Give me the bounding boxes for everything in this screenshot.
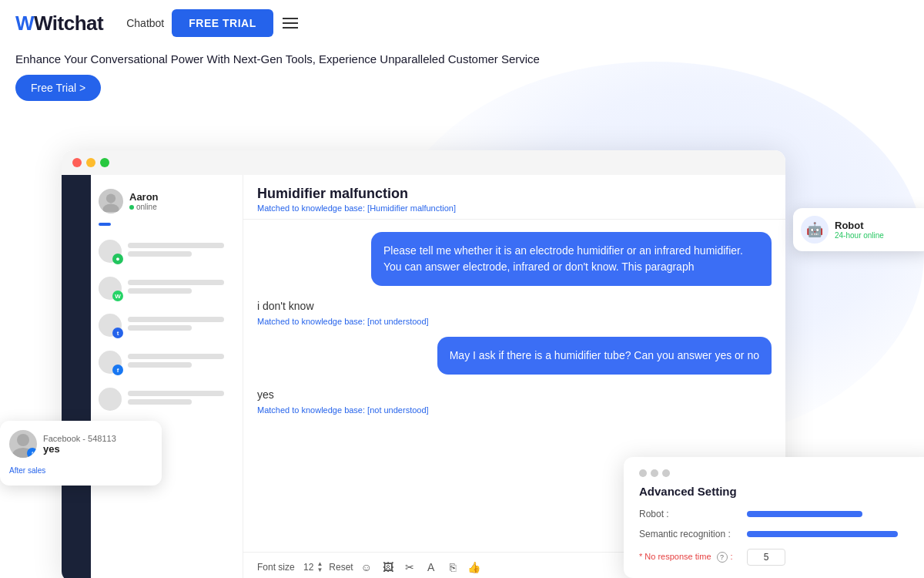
nav: Chatbot <box>126 17 164 29</box>
adv-no-response-row: * No response time ?: <box>639 549 924 566</box>
adv-dot-1 <box>639 469 647 477</box>
hero-tagline: Enhance Your Conversational Power With N… <box>15 52 909 66</box>
sidebar-badge <box>99 223 111 226</box>
font-size-control: Font size 12 ▲ ▼ <box>257 561 323 573</box>
adv-window-dots <box>639 469 924 477</box>
chat-header: Humidifier malfunction Matched to knowle… <box>243 175 785 220</box>
user-status: online <box>129 203 235 211</box>
font-size-label: Font size <box>257 562 295 573</box>
font-size-spinner[interactable]: ▲ ▼ <box>316 561 323 573</box>
dot-green <box>100 158 109 167</box>
user-message-1: i don't know <box>257 297 772 315</box>
free-trial-cta-button[interactable]: Free Trial > <box>15 75 101 101</box>
list-item[interactable]: f <box>91 344 243 380</box>
robot-status: 24-hour online <box>835 231 884 240</box>
fc-text: yes <box>43 443 152 455</box>
adv-no-response-label: * No response time ?: <box>639 552 747 563</box>
adv-dot-3 <box>662 469 670 477</box>
chat-matched-1: Matched to knowledge base: [Humidifier m… <box>257 203 772 213</box>
contact-badge-2: W <box>112 291 123 301</box>
chat-title: Humidifier malfunction <box>257 186 772 202</box>
reset-button[interactable]: Reset <box>329 562 353 573</box>
robot-name: Robot <box>835 220 884 231</box>
header: WWitchat Chatbot FREE TRIAL <box>0 0 924 46</box>
advanced-setting-title: Advanced Setting <box>639 485 924 498</box>
adv-row-robot: Robot : <box>639 509 924 519</box>
user-name: Aaron <box>129 191 235 203</box>
scissors-icon[interactable]: ✂ <box>401 559 418 576</box>
contact-avatar-5 <box>99 388 122 411</box>
hero-section: Enhance Your Conversational Power With N… <box>0 46 924 109</box>
fc-source: Facebook - 548113 <box>43 434 152 443</box>
fc-avatar: f <box>9 430 37 458</box>
contact-badge-4: f <box>112 365 123 375</box>
contact-avatar-4: f <box>99 351 122 374</box>
contact-badge-1: ● <box>112 254 123 264</box>
like-icon[interactable]: 👍 <box>466 559 483 576</box>
contact-avatar-3: t <box>99 314 122 337</box>
svg-point-1 <box>103 204 119 213</box>
text-icon[interactable]: A <box>423 559 440 576</box>
adv-semantic-bar <box>747 531 898 537</box>
dot-yellow <box>86 158 95 167</box>
list-item[interactable]: W <box>91 271 243 306</box>
list-item[interactable] <box>91 381 243 417</box>
logo: WWitchat <box>15 12 103 35</box>
list-item[interactable]: t <box>91 307 243 343</box>
svg-point-0 <box>106 193 116 203</box>
copy-icon[interactable]: ⎘ <box>444 559 461 576</box>
user-message-1-block: i don't know Matched to knowledge base: … <box>257 297 772 326</box>
bot-message-1: Please tell me whether it is an electrod… <box>371 232 772 286</box>
avatar-aaron <box>99 189 123 213</box>
window-bar <box>62 150 785 175</box>
contact-badge-3: t <box>112 328 123 338</box>
image-icon[interactable]: 🖼 <box>380 559 397 576</box>
user-message-2-block: yes Matched to knowledge base: [not unde… <box>257 385 772 415</box>
contact-avatar-2: W <box>99 277 122 300</box>
advanced-setting-card: Advanced Setting Robot : Semantic recogn… <box>624 457 924 578</box>
emoji-icon[interactable]: ☺ <box>358 559 375 576</box>
no-response-time-input[interactable] <box>747 549 785 566</box>
contact-avatar-1: ● <box>99 240 122 263</box>
floating-card-robot: 🤖 Robot 24-hour online <box>793 208 924 251</box>
free-trial-button[interactable]: FREE TRIAL <box>172 9 273 37</box>
list-item[interactable]: ● <box>91 234 243 269</box>
floating-card-facebook: f Facebook - 548113 yes After sales <box>0 421 162 486</box>
fc-facebook-badge: f <box>27 448 37 458</box>
adv-row-semantic: Semantic recognition : <box>639 529 924 539</box>
spinner-down[interactable]: ▼ <box>316 567 323 573</box>
fc-after-sales-tag[interactable]: After sales <box>9 466 45 475</box>
adv-semantic-label: Semantic recognition : <box>639 529 747 539</box>
chat-matched-2: Matched to knowledge base: [not understo… <box>257 317 772 326</box>
svg-point-2 <box>17 434 29 446</box>
sidebar-list: Aaron online ● W <box>91 175 243 578</box>
bot-message-2: May I ask if there is a humidifier tube?… <box>437 337 772 375</box>
chat-matched-3: Matched to knowledge base: [not understo… <box>257 405 772 415</box>
sidebar-dark <box>62 175 91 578</box>
sidebar-user-aaron[interactable]: Aaron online <box>91 183 243 220</box>
robot-icon: 🤖 <box>801 216 829 244</box>
dot-red <box>72 158 82 167</box>
adv-dot-2 <box>651 469 658 477</box>
user-message-2: yes <box>257 385 772 404</box>
adv-robot-label: Robot : <box>639 509 747 519</box>
nav-chatbot[interactable]: Chatbot <box>126 17 164 29</box>
adv-robot-bar <box>747 511 862 517</box>
hamburger-menu[interactable] <box>283 18 298 29</box>
font-size-value: 12 <box>303 562 313 573</box>
